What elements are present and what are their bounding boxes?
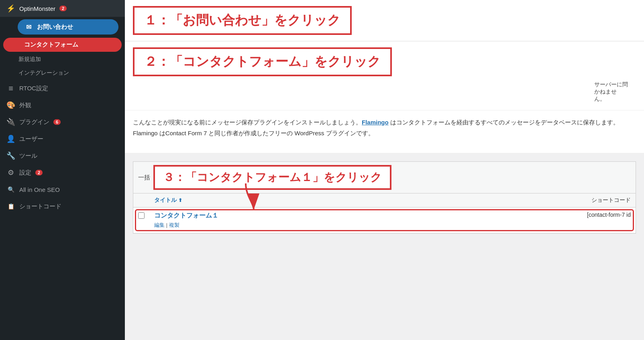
flamingo-link[interactable]: Flamingo [362,119,389,126]
intro-right-text: サーバーに問かねません。 [594,81,628,103]
step2-section: ２：「コンタクトフォーム」をクリック サーバーに問かねません。 [125,41,644,110]
shortcode-value: [contact-form-7 id [587,212,631,218]
sidebar-item-label: お問い合わせ [37,23,73,31]
sidebar-item-label: ショートコード [19,203,61,210]
row-checkbox[interactable] [138,212,145,219]
sidebar-item-label: OptinMonster [19,5,55,12]
settings-icon: ⚙ [6,168,15,177]
sidebar-item-label: 設定 [19,169,31,177]
sidebar-item-label: RTOC設定 [19,85,48,92]
intro-text-truncated: サーバーに問かねません。 [133,81,636,103]
sidebar-item-label: All in One SEO [19,186,60,193]
optinmonster-badge: 2 [59,6,67,11]
header-shortcode-col: ショートコード [518,197,631,204]
sidebar-item-tools[interactable]: 🔧 ツール [0,147,125,164]
copy-link[interactable]: 複製 [169,222,179,228]
tools-icon: 🔧 [6,151,15,160]
sidebar-item-integration[interactable]: インテグレーション [0,66,125,80]
sidebar-item-label: インテグレーション [18,69,69,77]
row-checkbox-col [138,212,154,220]
sidebar-item-aioseo[interactable]: 🔍 All in One SEO [0,181,125,198]
sidebar-item-settings[interactable]: ⚙ 設定 2 [0,164,125,181]
header-title-label: タイトル [154,197,177,204]
shortcode-icon: 📋 [6,202,15,211]
step1-annotation: １：「お問い合わせ」をクリック [133,6,352,35]
row-shortcode-col: [contact-form-7 id [518,212,631,218]
body-text-before: こんなことが現実になる前にメッセージ保存プラグインをインストールしましょう。 [133,119,362,126]
edit-link[interactable]: 編集 [154,222,165,228]
contact-form-1-link[interactable]: コンタクトフォーム１ [154,212,218,219]
sidebar-item-label: プラグイン [19,118,49,126]
sidebar-item-rtoc[interactable]: ≡ RTOC設定 [0,80,125,97]
table-row: コンタクトフォーム１ 編集 | 複製 [contact-form-7 id [133,208,636,233]
header-checkbox-col [138,197,154,204]
main-content: １：「お問い合わせ」をクリック ２：「コンタクトフォーム」をクリック サーバーに… [125,0,644,340]
sidebar-item-plugins[interactable]: 🔌 プラグイン 6 [0,114,125,130]
body-section: こんなことが現実になる前にメッセージ保存プラグインをインストールしましょう。Fl… [125,110,644,153]
rtoc-icon: ≡ [6,84,15,93]
sidebar-item-users[interactable]: 👤 ユーザー [0,130,125,147]
form-actions: 編集 | 複製 [154,222,518,229]
contact-icon: ✉ [24,22,33,31]
plugins-icon: 🔌 [6,118,15,126]
sidebar: ⚡ OptinMonster 2 ✉ お問い合わせ ◀ コンタクトフォーム ◀ … [0,0,125,340]
sidebar-item-label: コンタクトフォーム [10,41,78,49]
header-title-col[interactable]: タイトル ⬆ [154,197,518,204]
plugins-badge: 6 [53,119,61,125]
sort-icon: ⬆ [178,197,182,203]
step1-section: １：「お問い合わせ」をクリック [125,0,644,41]
sidebar-item-shortcode[interactable]: 📋 ショートコード [0,198,125,215]
sidebar-item-new-add[interactable]: 新規追加 [0,53,125,66]
sidebar-item-label: 外観 [19,102,31,109]
sidebar-item-appearance[interactable]: 🎨 外観 [0,97,125,114]
aioseo-icon: 🔍 [6,185,15,194]
sidebar-item-contact-form[interactable]: コンタクトフォーム [3,38,122,52]
optinmonster-icon: ⚡ [6,4,15,13]
header-shortcode-label: ショートコード [591,197,631,203]
sidebar-item-optinmonster[interactable]: ⚡ OptinMonster 2 [0,0,125,17]
table-toolbar: 一括 ３：「コンタクトフォーム１」をクリック [133,162,636,193]
table-section: 一括 ３：「コンタクトフォーム１」をクリック タイトル ⬆ ショートコード [133,161,636,234]
sidebar-item-label: ユーザー [19,135,43,143]
sidebar-item-contact[interactable]: ✉ お問い合わせ [18,19,118,35]
step2-annotation: ２：「コンタクトフォーム」をクリック [133,47,392,76]
bulk-select-label: 一括 [138,174,150,181]
settings-badge: 2 [35,170,43,175]
body-paragraph: こんなことが現実になる前にメッセージ保存プラグインをインストールしましょう。Fl… [133,117,636,138]
sidebar-item-label: 新規追加 [18,56,41,63]
table-header: タイトル ⬆ ショートコード [133,193,636,208]
sidebar-item-label: ツール [19,152,37,160]
step3-annotation: ３：「コンタクトフォーム１」をクリック [153,165,391,190]
appearance-icon: 🎨 [6,101,15,110]
users-icon: 👤 [6,134,15,143]
row-title-col: コンタクトフォーム１ 編集 | 複製 [154,212,518,229]
